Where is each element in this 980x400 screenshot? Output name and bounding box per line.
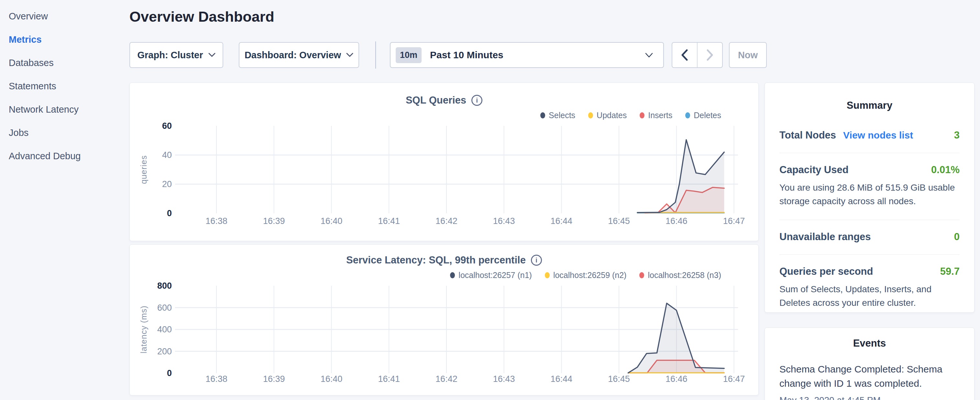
svg-text:16:47: 16:47 [723, 374, 745, 384]
svg-text:latency (ms): latency (ms) [139, 306, 148, 354]
svg-text:16:41: 16:41 [378, 374, 400, 384]
svg-text:queries: queries [139, 155, 148, 184]
summary-row: Unavailable ranges0 [780, 220, 959, 254]
svg-text:400: 400 [157, 325, 172, 334]
summary-row-value: 0 [954, 231, 959, 243]
sidebar-item-network-latency[interactable]: Network Latency [9, 98, 119, 121]
svg-text:16:42: 16:42 [436, 216, 458, 226]
svg-text:16:42: 16:42 [436, 374, 458, 384]
summary-row: Total NodesView nodes list3 [780, 112, 959, 153]
svg-text:16:41: 16:41 [378, 216, 400, 226]
svg-text:16:45: 16:45 [608, 216, 630, 226]
svg-text:0: 0 [167, 209, 172, 218]
events-title: Events [780, 338, 959, 349]
sidebar-nav: OverviewMetricsDatabasesStatementsNetwor… [9, 5, 119, 167]
svg-text:600: 600 [157, 303, 172, 312]
svg-text:16:39: 16:39 [263, 216, 285, 226]
time-range-select[interactable]: 10m Past 10 Minutes [390, 42, 664, 68]
summary-row-label: Queries per second [780, 266, 873, 277]
chevron-down-icon [645, 53, 652, 57]
chevron-right-icon [706, 49, 713, 61]
time-step-buttons [672, 42, 723, 68]
svg-text:16:44: 16:44 [550, 374, 573, 384]
events-panel: Events Schema Change Completed: Schema c… [765, 328, 975, 400]
summary-panel: Summary Total NodesView nodes list3Capac… [765, 83, 975, 312]
next-time-button[interactable] [697, 43, 722, 67]
svg-text:16:44: 16:44 [550, 216, 573, 226]
dashboard-select-label: Dashboard: Overview [245, 50, 341, 61]
sidebar-item-metrics[interactable]: Metrics [9, 28, 119, 51]
toolbar-divider [375, 41, 376, 69]
sql-queries-chart-card: SQL Queries i SelectsUpdatesInsertsDelet… [129, 83, 759, 241]
svg-text:20: 20 [162, 179, 172, 189]
sidebar-item-statements[interactable]: Statements [9, 75, 119, 98]
sidebar-item-databases[interactable]: Databases [9, 51, 119, 75]
summary-row-label: Capacity Used [780, 164, 849, 176]
summary-row: Capacity Used0.01%You are using 28.6 MiB… [780, 153, 959, 220]
svg-text:16:38: 16:38 [205, 216, 228, 226]
summary-row-value: 59.7 [940, 266, 959, 277]
svg-text:200: 200 [157, 347, 172, 356]
svg-text:16:46: 16:46 [665, 374, 687, 384]
summary-title: Summary [780, 100, 959, 112]
svg-text:16:40: 16:40 [321, 374, 343, 384]
svg-text:16:46: 16:46 [665, 216, 687, 226]
sidebar-item-advanced-debug[interactable]: Advanced Debug [9, 144, 119, 167]
event-item-text: Schema Change Completed: Schema change w… [780, 362, 959, 390]
svg-text:40: 40 [162, 150, 172, 160]
svg-text:16:47: 16:47 [723, 216, 745, 226]
time-range-label: Past 10 Minutes [430, 49, 645, 61]
graph-select-label: Graph: Cluster [137, 50, 203, 61]
svg-text:16:43: 16:43 [493, 216, 515, 226]
prev-time-button[interactable] [672, 43, 697, 67]
sql-queries-plot: 020406016:3816:3916:4016:4116:4216:4316:… [130, 83, 759, 241]
svg-text:800: 800 [157, 281, 172, 291]
now-button[interactable]: Now [729, 42, 767, 68]
svg-text:16:43: 16:43 [493, 374, 515, 384]
service-latency-plot: 020040060080016:3816:3916:4016:4116:4216… [130, 245, 759, 396]
sidebar-item-jobs[interactable]: Jobs [9, 121, 119, 144]
summary-row-label: Unavailable ranges [780, 231, 871, 243]
svg-text:60: 60 [162, 121, 172, 131]
svg-text:0: 0 [167, 368, 172, 378]
dashboard-select[interactable]: Dashboard: Overview [239, 42, 359, 68]
chevron-down-icon [208, 53, 215, 57]
summary-row-value: 0.01% [931, 164, 959, 176]
summary-row: Queries per second59.7Sum of Selects, Up… [780, 254, 959, 312]
summary-row-description: You are using 28.6 MiB of 515.9 GiB usab… [780, 181, 959, 208]
event-item-timestamp: May 13, 2020 at 4:45 PM [780, 395, 959, 400]
view-nodes-list-link[interactable]: View nodes list [843, 130, 913, 141]
graph-select[interactable]: Graph: Cluster [129, 42, 223, 68]
svg-text:16:38: 16:38 [205, 374, 228, 384]
chevron-down-icon [346, 53, 353, 57]
svg-text:16:40: 16:40 [321, 216, 343, 226]
sidebar-item-overview[interactable]: Overview [9, 5, 119, 28]
summary-row-value: 3 [954, 129, 959, 141]
chevron-left-icon [681, 49, 688, 61]
svg-text:16:39: 16:39 [263, 374, 285, 384]
page-title: Overview Dashboard [129, 8, 274, 25]
summary-row-description: Sum of Selects, Updates, Inserts, and De… [780, 282, 959, 310]
svg-text:16:45: 16:45 [608, 374, 630, 384]
summary-row-label: Total Nodes [780, 129, 836, 141]
time-range-badge: 10m [396, 47, 422, 63]
service-latency-chart-card: Service Latency: SQL, 99th percentile i … [129, 244, 759, 395]
